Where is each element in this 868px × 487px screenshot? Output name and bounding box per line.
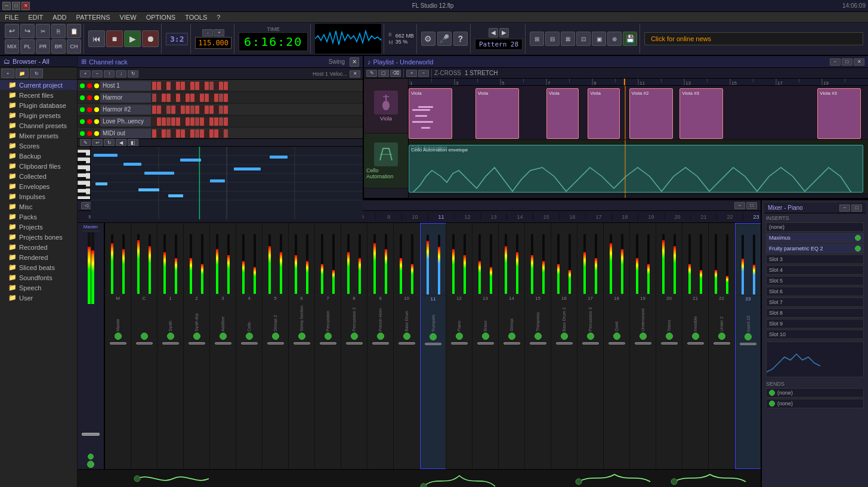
btn-channel[interactable]: CH [67,39,81,54]
ch-send-dot[interactable] [666,333,673,340]
ch-step[interactable] [162,94,166,102]
ch-name-midiout[interactable]: MIDI out [100,129,151,138]
ch-led-green[interactable] [80,107,85,112]
ch-fader[interactable] [608,342,625,345]
ch-send-dot[interactable] [587,333,594,340]
ch-step[interactable] [195,129,199,138]
ch-fader[interactable] [740,343,756,345]
btn-fx4[interactable]: ⊡ [576,32,591,46]
ch-send-dot[interactable] [430,333,437,340]
ch-name-host1[interactable]: Host 1 [100,81,151,91]
mixer-channel-21[interactable]: 21 Invisible [682,223,709,469]
pattern-viola-1[interactable]: Viola [409,88,452,139]
mixer-channel-7[interactable]: 7 Percussion [315,223,341,469]
mixer-btn-min[interactable]: − [734,202,745,209]
ch-step[interactable] [200,94,204,102]
sidebar-item-soundfonts[interactable]: 📁 Soundfonts [0,272,77,283]
pattern-viola-6[interactable]: Viola #3 [679,88,723,139]
master-send-dot2[interactable] [87,461,94,468]
ch-step[interactable] [205,106,209,114]
playlist-btn-close[interactable]: ✕ [854,58,864,66]
ch-step[interactable] [224,106,228,114]
ch-send-dot[interactable] [272,333,279,340]
ch-rack-btn-down[interactable]: ↓ [116,70,126,77]
ch-fader[interactable] [320,342,336,345]
pl-btn-draw[interactable]: ✎ [366,70,377,77]
ch-step[interactable] [209,82,214,90]
ch-step[interactable] [214,106,218,114]
btn-save[interactable]: 💾 [623,32,637,46]
btn-redo[interactable]: ↪ [20,24,35,38]
ch-step[interactable] [224,117,228,126]
ch-step[interactable] [176,129,180,138]
insert-slot-8[interactable]: Slot 8 [766,308,864,318]
btn-fx3[interactable]: ⊠ [561,32,575,46]
ch-step[interactable] [171,94,175,102]
pr-btn1[interactable]: ✎ [80,139,91,146]
mixer-channel-17[interactable]: 17 Percussion 3 [577,223,604,469]
btn-fx6[interactable]: ⊕ [607,32,622,46]
ch-send-dot[interactable] [351,333,358,340]
mixer-channel-13[interactable]: 13 Brass [472,223,499,469]
ch-step[interactable] [186,82,190,90]
send-dot-1[interactable] [769,401,775,407]
sidebar-item-scores[interactable]: 📁 Scores [0,141,77,151]
ch-name-harmor2[interactable]: Harmor #2 [100,105,151,114]
ch-rack-btn-add[interactable]: + [80,70,91,77]
ch-led-red[interactable] [87,107,92,112]
pl-btn-zoom-in[interactable]: + [406,70,417,77]
ch-step[interactable] [181,94,185,102]
ch-step[interactable] [195,94,199,102]
sidebar-item-collected[interactable]: 📁 Collected [0,171,77,181]
insert-slot-4[interactable]: Slot 4 [766,265,864,275]
browser-btn-add[interactable]: + [1,69,14,78]
ch-step[interactable] [157,94,161,102]
sidebar-item-misc[interactable]: 📁 Misc [0,201,77,212]
pl-btn-zoom-out[interactable]: − [418,70,429,77]
mixer-right-min[interactable]: − [839,204,850,212]
bpm-display[interactable]: 115.000 [195,37,231,49]
ch-led-red[interactable] [87,95,92,100]
ch-step[interactable] [190,117,194,126]
sidebar-item-clipboard[interactable]: 📁 Clipboard files [0,161,77,171]
ch-step[interactable] [214,117,218,126]
mixer-channel-23[interactable]: 23 Insert 23 [735,223,761,469]
ch-step[interactable] [157,106,161,114]
ch-send-dot[interactable] [535,333,542,340]
mixer-channel-15[interactable]: 15 Thingness [525,223,551,469]
insert-active-dot[interactable] [855,235,861,241]
win-btn-minimize[interactable]: ─ [2,2,11,10]
ch-step[interactable] [171,117,175,126]
insert-slot-9[interactable]: Slot 9 [766,319,864,328]
mixer-right-max[interactable]: □ [851,204,862,212]
ch-step[interactable] [171,82,175,90]
menu-help[interactable]: ? [214,14,223,21]
ch-send-dot[interactable] [220,333,227,340]
pr-btn2[interactable]: ↩ [92,139,103,146]
channel-rack-close[interactable]: ✕ [350,57,359,67]
ch-fader[interactable] [687,342,704,345]
btn-help2[interactable]: ? [453,32,468,46]
ch-step[interactable] [166,129,171,138]
ch-fader[interactable] [267,342,284,345]
ch-step[interactable] [171,129,175,138]
ch-step[interactable] [209,94,214,102]
ch-fader[interactable] [346,342,363,345]
ch-send-dot[interactable] [482,333,489,340]
menu-view[interactable]: VIEW [118,14,139,21]
mixer-btn-max[interactable]: □ [746,202,757,209]
ch-send-dot[interactable] [403,333,410,340]
ch-step[interactable] [219,94,223,102]
pr-btn3[interactable]: ↻ [104,139,115,146]
bpm-down[interactable]: - [202,29,213,36]
ch-step[interactable] [224,94,228,102]
btn-copy[interactable]: ⎘ [51,24,66,38]
btn-fx5[interactable]: ▣ [592,32,606,46]
ch-fader[interactable] [294,342,310,345]
pattern-cello-1[interactable]: Cello Automation envelope [409,145,863,193]
ch-fader[interactable] [162,342,179,345]
ch-fader[interactable] [477,342,494,345]
ch-fader[interactable] [635,342,651,345]
ch-led-green[interactable] [80,95,85,100]
ch-send-dot[interactable] [246,333,253,340]
